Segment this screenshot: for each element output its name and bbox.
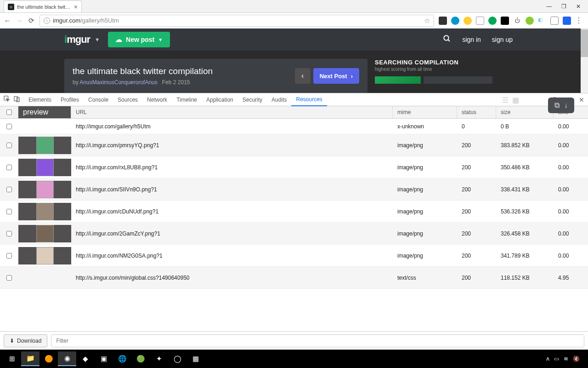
taskbar-app-icon[interactable]: 🟠 (40, 351, 58, 366)
devtools-tab-security[interactable]: Security (238, 93, 267, 106)
row-checkbox[interactable] (0, 143, 18, 148)
taskbar-chrome-icon[interactable]: ◉ (58, 351, 76, 366)
signin-link[interactable]: sign in (462, 36, 481, 43)
cast-icon[interactable] (550, 17, 559, 25)
resources-table-body[interactable]: http://imgur.com/gallery/h5Utmx-unknown0… (0, 119, 588, 331)
row-checkbox[interactable] (0, 231, 18, 236)
row-mime: image/png (393, 253, 457, 259)
power-icon[interactable]: ⏻ (513, 17, 521, 25)
taskbar-app-icon[interactable]: 🌐 (113, 351, 131, 366)
extension-icon[interactable] (563, 17, 571, 25)
back-icon[interactable]: ← (4, 17, 11, 24)
row-checkbox[interactable] (0, 165, 18, 170)
download-label: Download (17, 338, 41, 344)
row-mime: text/css (393, 275, 457, 281)
taskbar-app-icon[interactable]: ◆ (76, 351, 95, 366)
row-checkbox[interactable] (0, 209, 18, 214)
row-checkbox[interactable] (0, 124, 18, 129)
taskbar-explorer-icon[interactable]: 📁 (21, 351, 40, 366)
browser-tab[interactable]: the ultimate black twitter × (4, 0, 82, 12)
list-view-icon[interactable]: ☰ (502, 96, 509, 104)
row-status: 200 (457, 230, 496, 237)
extension-icon[interactable] (526, 17, 534, 25)
devtools-tab-network[interactable]: Network (142, 93, 172, 106)
select-all-checkbox[interactable] (0, 106, 18, 118)
table-row[interactable]: http://imgur.com/gallery/h5Utmx-unknown0… (0, 119, 588, 134)
taskbar-app-icon[interactable]: ▦ (187, 351, 205, 366)
related-item[interactable] (424, 76, 492, 84)
extension-icon[interactable] (501, 17, 509, 25)
extension-icon[interactable] (451, 17, 459, 25)
devtools-tabbar: ElementsProfilesConsoleSourcesNetworkTim… (0, 93, 588, 106)
devtools-tab-elements[interactable]: Elements (24, 93, 56, 106)
devtools-tab-console[interactable]: Console (84, 93, 113, 106)
new-post-button[interactable]: ☁ New post ▼ (108, 32, 170, 47)
close-icon[interactable]: × (74, 3, 78, 11)
close-window-icon[interactable]: ✕ (575, 3, 582, 10)
next-post-button[interactable]: Next Post › (313, 68, 359, 84)
row-checkbox[interactable] (0, 253, 18, 259)
search-icon[interactable] (443, 34, 451, 45)
related-thumb[interactable] (375, 76, 421, 84)
taskbar-app-icon[interactable]: ✦ (150, 351, 168, 366)
taskbar-app-icon[interactable]: ◯ (168, 351, 187, 366)
devtools-tab-resources[interactable]: Resources (291, 93, 327, 106)
maximize-icon[interactable]: ❐ (560, 3, 567, 10)
prev-post-button[interactable]: ‹ (295, 68, 311, 84)
copy-icon[interactable]: ⧉ (554, 101, 560, 109)
filter-input[interactable] (51, 334, 584, 347)
col-preview[interactable]: preview (18, 106, 71, 118)
imgur-logo[interactable]: imgur (64, 34, 90, 46)
table-row[interactable]: http://i.imgur.com/rxL8UB8.png?1image/pn… (0, 156, 588, 178)
extension-icon[interactable] (464, 17, 472, 25)
table-row[interactable]: http://i.imgur.com/SIIVn9O.png?1image/pn… (0, 178, 588, 201)
forward-icon[interactable]: → (16, 17, 23, 24)
pocket-icon[interactable] (439, 17, 447, 25)
device-icon[interactable] (14, 96, 20, 104)
url-domain: imgur.com (53, 17, 80, 24)
col-url[interactable]: URL (71, 106, 393, 118)
col-mime[interactable]: mime (393, 106, 457, 118)
devtools-tab-timeline[interactable]: Timeline (172, 93, 202, 106)
inspect-icon[interactable] (4, 96, 10, 104)
devtools-tab-profiles[interactable]: Profiles (56, 93, 84, 106)
download-button[interactable]: ⬇ Download (4, 334, 47, 347)
battery-icon[interactable]: ▭ (554, 356, 559, 362)
table-row[interactable]: http://s.imgur.com/min/global.css?149064… (0, 267, 588, 289)
devtools-tab-application[interactable]: Application (202, 93, 238, 106)
grid-view-icon[interactable]: ▦ (512, 96, 519, 104)
bookmark-star-icon[interactable]: ☆ (424, 17, 430, 25)
author-link[interactable]: AnusMaximusConquerorofAnus (79, 79, 157, 86)
menu-icon[interactable]: ⋮ (575, 16, 582, 25)
extension-icon[interactable]: ◐ (538, 17, 546, 25)
wifi-icon[interactable]: ≋ (564, 356, 568, 362)
row-time: 4.95 (554, 275, 588, 281)
table-row[interactable]: http://i.imgur.com/NM2G0SA.png?1image/pn… (0, 245, 588, 267)
devtools-tab-sources[interactable]: Sources (113, 93, 142, 106)
minimize-icon[interactable]: — (546, 3, 552, 10)
tray-chevron-icon[interactable]: ʌ (546, 356, 549, 362)
volume-icon[interactable]: 🔇 (573, 356, 580, 362)
reload-icon[interactable]: ⟳ (28, 17, 35, 24)
table-row[interactable]: http://i.imgur.com/cDuNUdf.png?1image/pn… (0, 201, 588, 223)
mail-icon[interactable] (476, 17, 484, 25)
taskbar-app-icon[interactable]: ▣ (95, 351, 113, 366)
extension-icon[interactable] (488, 17, 497, 25)
url-input[interactable]: i imgur.com/gallery/h5Utm ☆ (40, 15, 434, 27)
row-checkbox[interactable] (0, 275, 18, 281)
row-preview (18, 181, 71, 198)
start-button[interactable]: ⊞ (3, 351, 21, 366)
table-row[interactable]: http://i.imgur.com/pmrsyYQ.png?1image/pn… (0, 134, 588, 156)
row-checkbox[interactable] (0, 187, 18, 192)
col-status[interactable]: status (457, 106, 496, 118)
devtools-tab-audits[interactable]: Audits (267, 93, 291, 106)
taskbar-app-icon[interactable]: 🟢 (131, 351, 150, 366)
chevron-down-icon[interactable]: ▼ (95, 37, 100, 42)
signup-link[interactable]: sign up (492, 36, 513, 43)
close-devtools-icon[interactable]: ✕ (579, 96, 584, 104)
table-row[interactable]: http://i.imgur.com/2GamZcY.png?1image/pn… (0, 223, 588, 245)
resources-header-row: preview URL mime status size time (0, 106, 588, 119)
download-icon[interactable]: ↓ (564, 101, 568, 109)
info-icon[interactable]: i (44, 17, 50, 24)
col-size[interactable]: size (496, 106, 554, 118)
